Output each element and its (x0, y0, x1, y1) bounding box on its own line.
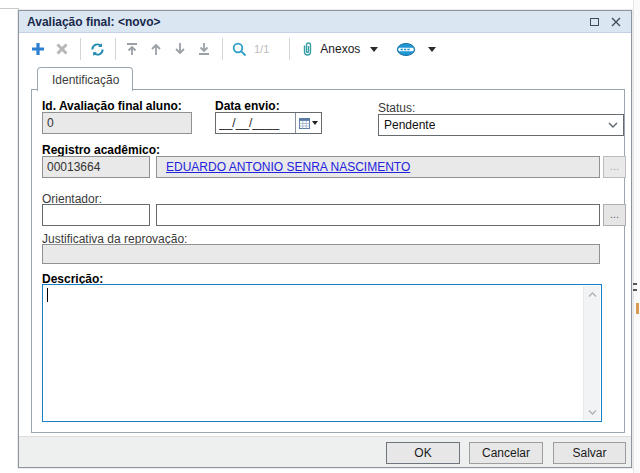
status-label: Status: (378, 101, 415, 115)
titlebar: Avaliação final: <novo> (19, 11, 631, 33)
toolbar-separator (289, 38, 290, 60)
plus-icon (31, 42, 45, 56)
cancel-button[interactable]: Cancelar (469, 442, 543, 464)
id-aluno-field (42, 112, 192, 134)
descricao-scrollbar[interactable] (583, 286, 600, 420)
magnifier-icon (232, 42, 247, 57)
attachments-label: Anexos (320, 42, 360, 56)
tab-label: Identificação (52, 73, 119, 87)
scroll-up-icon[interactable] (584, 286, 601, 302)
registro-label: Registro acadêmico: (42, 143, 160, 157)
status-value: Pendente (379, 118, 603, 132)
status-select[interactable]: Pendente (378, 114, 624, 136)
dropdown-icon (312, 121, 318, 125)
date-picker-button[interactable] (295, 113, 321, 133)
descricao-textarea[interactable] (42, 284, 602, 422)
toolbar-separator (222, 38, 223, 60)
blue-disc-icon (396, 42, 416, 57)
text-caret (47, 288, 48, 302)
ok-button[interactable]: OK (386, 442, 460, 464)
window-title: Avaliação final: <novo> (27, 15, 581, 29)
move-last-button[interactable] (195, 37, 213, 61)
paperclip-icon (301, 41, 314, 57)
attachments-dropdown[interactable]: Anexos (301, 41, 378, 57)
background-artifact (633, 283, 637, 285)
zoom-button[interactable] (230, 37, 248, 61)
background-window-edge (0, 8, 19, 9)
registro-name-link[interactable]: EDUARDO ANTONIO SENRA NASCIMENTO (161, 157, 595, 177)
button-bar: OK Cancelar Salvar (19, 436, 631, 467)
save-button[interactable]: Salvar (553, 442, 626, 464)
restore-icon (590, 18, 599, 26)
registro-code-field (42, 156, 150, 178)
dropdown-icon (370, 47, 378, 52)
move-up-button[interactable] (147, 37, 165, 61)
arrow-up-icon (149, 42, 163, 56)
orientador-code-field[interactable] (42, 204, 150, 226)
background-artifact (636, 303, 639, 314)
cross-icon (56, 43, 68, 55)
scroll-down-icon[interactable] (584, 404, 601, 420)
arrow-down-icon (173, 42, 187, 56)
calendar-icon (299, 118, 310, 129)
justificativa-field (42, 244, 600, 264)
avaliacao-final-dialog: Avaliação final: <novo> (18, 10, 632, 468)
refresh-icon (90, 42, 105, 57)
data-envio-input[interactable] (216, 113, 295, 133)
chevron-down-icon (603, 122, 623, 128)
orientador-name-field[interactable] (156, 204, 600, 226)
toolbar-separator (80, 38, 81, 60)
background-window-strip (633, 0, 640, 473)
dropdown-icon (428, 47, 436, 52)
data-envio-field[interactable] (215, 112, 322, 134)
add-button[interactable] (29, 37, 47, 61)
orientador-browse-button[interactable]: ... (603, 204, 626, 226)
toolbar-separator (115, 38, 116, 60)
tab-identificacao[interactable]: Identificação (37, 67, 133, 91)
refresh-button[interactable] (88, 37, 106, 61)
arrow-up-to-bar-icon (125, 42, 139, 56)
data-envio-label: Data envio: (215, 99, 280, 113)
close-button[interactable] (607, 14, 625, 30)
identificacao-panel: Id. Avaliação final aluno: Data envio: S… (31, 89, 625, 433)
registro-name-field: EDUARDO ANTONIO SENRA NASCIMENTO (156, 156, 600, 178)
arrow-down-to-bar-icon (197, 42, 211, 56)
id-aluno-label: Id. Avaliação final aluno: (42, 99, 182, 113)
background-artifact (633, 289, 637, 291)
registro-browse-button: ... (603, 156, 626, 178)
restore-button[interactable] (585, 14, 603, 30)
move-down-button[interactable] (171, 37, 189, 61)
delete-button[interactable] (53, 37, 71, 61)
move-first-button[interactable] (123, 37, 141, 61)
toolbar: 1/1 Anexos (19, 33, 631, 65)
close-icon (611, 17, 621, 27)
process-dropdown[interactable] (396, 42, 436, 57)
page-indicator: 1/1 (254, 43, 269, 55)
